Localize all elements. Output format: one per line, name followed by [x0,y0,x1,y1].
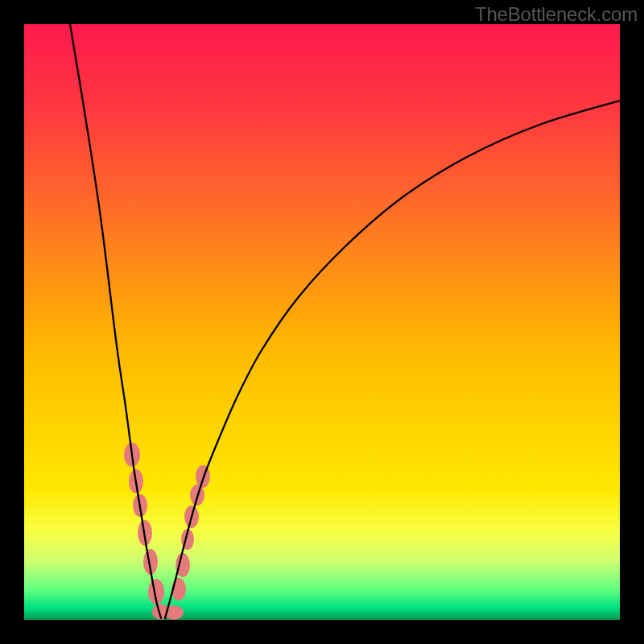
beads-right-group [171,465,210,601]
plot-area [24,24,620,620]
curves-svg [24,24,620,620]
bead-right-0 [196,465,210,488]
chart-frame: TheBottleneck.com [0,0,644,644]
curve-right [165,101,620,618]
watermark-text: TheBottleneck.com [475,3,638,26]
